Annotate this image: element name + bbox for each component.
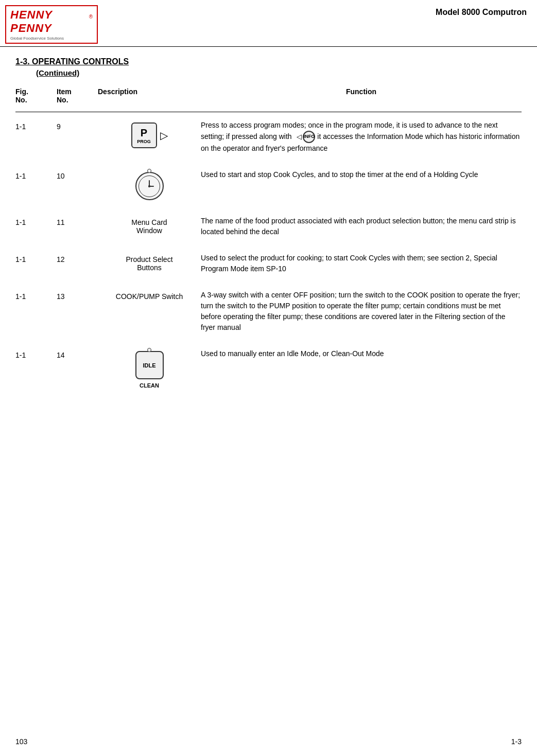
fig-no-4: 1-1: [15, 253, 57, 263]
col-item-header: ItemNo.: [57, 87, 98, 104]
logo-box: HENNY PENNY ® Global Foodservice Solutio…: [5, 5, 98, 44]
func-4: Used to select the product for cooking; …: [201, 253, 522, 274]
clean-label: CLEAN: [140, 382, 159, 389]
table-header: Fig.No. ItemNo. Description Function: [15, 87, 522, 107]
footer-left: 103: [15, 737, 27, 746]
page-content: 1-3. OPERATING CONTROLS (Continued) Fig.…: [0, 47, 537, 414]
prog-button-icon: P PROG: [131, 122, 157, 148]
fig-no-3: 1-1: [15, 216, 57, 226]
info-circle-icon: INFO: [303, 131, 315, 143]
table-row: 1-1 14 IDLE CLEAN Used to manually enter…: [15, 348, 522, 389]
logo-tagline: Global Foodservice Solutions: [10, 36, 93, 41]
clock-handle: [147, 169, 151, 173]
table-row: 1-1 12 Product SelectButtons Used to sel…: [15, 253, 522, 274]
col-desc-header: Description: [98, 87, 201, 104]
section-subtitle: (Continued): [36, 68, 522, 77]
idle-button-icon: IDLE: [135, 351, 164, 379]
table-row: 1-1 10 Used to start: [15, 169, 522, 200]
section-title: 1-3. OPERATING CONTROLS: [15, 57, 522, 66]
prog-label: PROG: [137, 139, 151, 144]
page-header: HENNY PENNY ® Global Foodservice Solutio…: [0, 0, 537, 47]
table-row: 1-1 11 Menu CardWindow The name of the f…: [15, 216, 522, 237]
prog-p-letter: P: [141, 127, 147, 139]
fig-no-2: 1-1: [15, 169, 57, 180]
item-no-2: 10: [57, 169, 98, 180]
model-title: Model 8000 Computron: [436, 5, 527, 17]
desc-4: Product SelectButtons: [98, 253, 201, 272]
table-row: 1-1 13 COOK/PUMP Switch A 3-way switch w…: [15, 290, 522, 333]
page-footer: 103 1-3: [0, 737, 537, 746]
clock-inner: [138, 175, 160, 197]
header-divider: [15, 112, 522, 112]
item-no-4: 12: [57, 253, 98, 263]
idle-label: IDLE: [143, 362, 155, 368]
inline-info-icon: ◁ INFO: [294, 131, 316, 143]
fig-no-6: 1-1: [15, 348, 57, 359]
item-no-1: 9: [57, 120, 98, 131]
func-1: Press to access program modes; once in t…: [201, 120, 522, 154]
clock-icon: [135, 172, 164, 200]
desc-3: Menu CardWindow: [98, 216, 201, 235]
clock-icon-container: [98, 172, 201, 200]
desc-6: IDLE CLEAN: [98, 348, 201, 389]
idle-handle: [147, 348, 151, 352]
col-fig-header: Fig.No.: [15, 87, 57, 104]
idle-clean-container: IDLE CLEAN: [98, 351, 201, 389]
footer-right: 1-3: [511, 737, 522, 746]
item-no-5: 13: [57, 290, 98, 301]
func-3: The name of the food product associated …: [201, 216, 522, 237]
fig-no-5: 1-1: [15, 290, 57, 301]
func-6: Used to manually enter an Idle Mode, or …: [201, 348, 522, 359]
desc-5: COOK/PUMP Switch: [98, 290, 201, 301]
col-func-header: Function: [201, 87, 522, 104]
fig-no-1: 1-1: [15, 120, 57, 131]
back-arrow-icon: ◁: [297, 132, 302, 142]
desc-1: P PROG ▷: [98, 120, 201, 151]
clock-dot: [148, 185, 150, 187]
logo-area: HENNY PENNY ® Global Foodservice Solutio…: [5, 5, 98, 44]
logo-reg: ®: [89, 14, 93, 20]
item-no-3: 11: [57, 216, 98, 226]
func-5: A 3-way switch with a center OFF positio…: [201, 290, 522, 333]
logo-text: HENNY PENNY: [10, 8, 89, 35]
prog-arrow-icon: ▷: [160, 129, 168, 142]
table-row: 1-1 9 P PROG ▷ Press to access program m…: [15, 120, 522, 154]
item-no-6: 14: [57, 348, 98, 359]
func-2: Used to start and stop Cook Cycles, and …: [201, 169, 522, 180]
desc-2: [98, 169, 201, 200]
